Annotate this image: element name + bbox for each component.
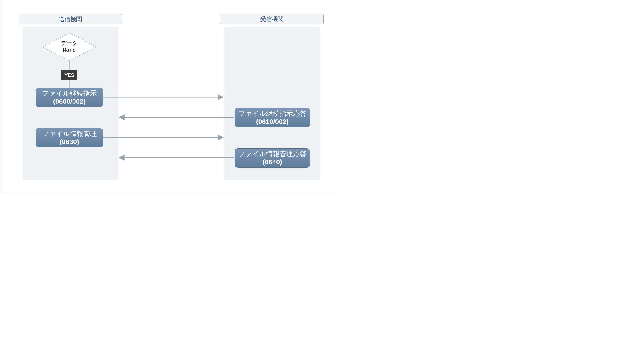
decision-line2: More [63, 47, 76, 54]
decision-line1: データ [61, 40, 78, 47]
node-title: ファイル継続指示応答 [238, 110, 306, 118]
node-title: ファイル情報管理 [42, 130, 97, 138]
yes-badge: YES [61, 70, 78, 80]
node-code: (0600/002) [53, 98, 86, 106]
connector-diamond-to-yes [69, 60, 70, 70]
node-code: (0610/002) [256, 118, 289, 126]
node-file-info-mgmt: ファイル情報管理 (0630) [36, 128, 103, 148]
header-receiver: 受信機関 [220, 14, 324, 24]
node-title: ファイル情報管理応答 [238, 150, 306, 158]
connector-yes-to-node1 [69, 80, 70, 88]
node-file-continue-response: ファイル継続指示応答 (0610/002) [235, 108, 310, 127]
decision-data-more: データ More [40, 34, 99, 60]
diagram-canvas: 送信機関 受信機関 データ More YES ファイル継続指示 (0600/00… [0, 0, 341, 194]
node-file-continue-instruction: ファイル継続指示 (0600/002) [36, 88, 103, 107]
node-code: (0640) [263, 158, 282, 166]
node-file-info-mgmt-response: ファイル情報管理応答 (0640) [235, 148, 310, 168]
node-code: (0630) [60, 138, 79, 146]
header-sender: 送信機関 [19, 14, 122, 24]
node-title: ファイル継続指示 [42, 89, 97, 98]
